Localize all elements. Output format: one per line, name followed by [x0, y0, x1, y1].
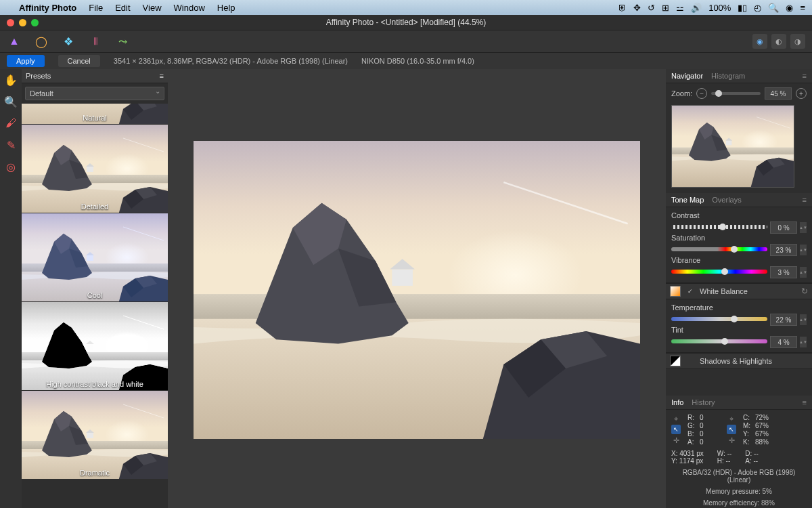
export-persona-icon[interactable]: ⤳ — [115, 34, 130, 49]
preset-category-select[interactable]: Default — [25, 87, 164, 100]
hand-tool[interactable]: ✋ — [3, 72, 18, 87]
overlay-gradient-tool[interactable]: ◎ — [3, 159, 18, 174]
wb-enable-checkbox[interactable]: ✓ — [686, 287, 694, 295]
liquify-persona-icon[interactable]: ◯ — [34, 34, 49, 49]
cancel-button[interactable]: Cancel — [58, 55, 100, 67]
develop-persona-icon[interactable]: ❖ — [61, 34, 76, 49]
panel-menu-icon[interactable]: ≡ — [803, 72, 807, 80]
panel-menu-icon[interactable]: ≡ — [803, 398, 807, 406]
zoom-in-button[interactable]: + — [796, 88, 807, 99]
contrast-slider[interactable] — [671, 225, 767, 229]
siri-icon[interactable]: ◉ — [786, 3, 793, 13]
preset-label: Cool — [22, 291, 168, 299]
overlay-erase-tool[interactable]: ✎ — [3, 137, 18, 152]
info-memory-pressure: Memory pressure: 5% — [671, 488, 807, 495]
temperature-slider[interactable] — [671, 317, 767, 321]
panel-menu-icon[interactable]: ≡ — [803, 196, 807, 204]
battery-icon[interactable]: ▮▯ — [738, 3, 747, 13]
info-memory-efficiency: Memory efficiency: 88% — [671, 499, 807, 507]
contrast-stepper[interactable]: ▲▼ — [800, 222, 807, 233]
puzzle-icon[interactable]: ✥ — [633, 3, 641, 13]
tab-histogram[interactable]: Histogram — [711, 72, 745, 80]
vibrance-slider[interactable] — [671, 270, 767, 274]
apply-button[interactable]: Apply — [7, 55, 45, 67]
photo-persona-icon[interactable]: ▲ — [7, 34, 22, 49]
menu-help[interactable]: Help — [217, 3, 235, 13]
wifi-icon[interactable]: ⚍ — [676, 3, 684, 13]
wb-label: White Balance — [700, 287, 748, 295]
zoom-value[interactable]: 45 % — [765, 87, 792, 100]
sh-enable-checkbox[interactable] — [686, 357, 694, 365]
preset-natural[interactable]: Natural — [22, 104, 168, 124]
tint-label: Tint — [671, 326, 807, 334]
list-icon[interactable]: ≡ — [800, 3, 805, 13]
zoom-slider[interactable] — [711, 92, 761, 95]
sh-label: Shadows & Highlights — [700, 357, 772, 365]
zoom-out-button[interactable]: − — [696, 88, 707, 99]
preset-detailed[interactable]: Detailed — [22, 125, 168, 213]
history-icon[interactable]: ↺ — [648, 3, 655, 13]
preset-cool[interactable]: Cool — [22, 213, 168, 301]
preset-label: High contrast black and white — [22, 380, 168, 388]
tint-stepper[interactable]: ▲▼ — [800, 337, 807, 347]
info-r-value: 0 — [700, 414, 713, 421]
document-canvas[interactable] — [168, 69, 666, 508]
contrast-label: Contrast — [671, 211, 807, 219]
tint-value[interactable]: 4 % — [770, 336, 797, 348]
menu-edit[interactable]: Edit — [115, 3, 130, 13]
preset-label: Detailed — [22, 203, 168, 211]
tab-navigator[interactable]: Navigator — [671, 72, 703, 80]
white-balance-section[interactable]: ✓ White Balance ↻ — [666, 283, 812, 299]
temperature-value[interactable]: 22 % — [770, 314, 797, 326]
zoom-tool[interactable]: 🔍 — [3, 94, 18, 109]
saturation-stepper[interactable]: ▲▼ — [800, 245, 807, 255]
info-k-label: K: — [743, 438, 752, 446]
search-icon[interactable]: 🔍 — [768, 3, 779, 13]
menu-view[interactable]: View — [143, 3, 162, 13]
temperature-label: Temperature — [671, 303, 807, 312]
view-mode-3-icon[interactable]: ◑ — [790, 34, 805, 49]
shield-icon[interactable]: ⛨ — [618, 3, 627, 13]
app-menu[interactable]: Affinity Photo — [19, 3, 76, 13]
presets-menu-icon[interactable]: ≡ — [160, 72, 164, 80]
info-y-label: Y: — [743, 430, 752, 438]
picker-icon[interactable]: ↖ — [671, 425, 681, 434]
saturation-value[interactable]: 23 % — [770, 244, 797, 256]
contrast-value[interactable]: 0 % — [770, 221, 797, 234]
view-mode-1-icon[interactable]: ◉ — [752, 34, 767, 49]
preset-bw[interactable]: High contrast black and white — [22, 302, 168, 390]
picker-icon[interactable]: ↖ — [727, 425, 736, 434]
info-a-value: 0 — [700, 438, 713, 446]
preset-dramatic[interactable]: Dramatic — [22, 391, 168, 479]
vibrance-stepper[interactable]: ▲▼ — [800, 267, 807, 278]
persona-toolbar: ▲ ◯ ❖ ⦀ ⤳ ◉ ◐ ◑ — [0, 30, 812, 53]
info-y: Y: 1174 px — [671, 457, 704, 465]
saturation-slider[interactable] — [671, 247, 767, 251]
info-y-value: 67% — [755, 430, 775, 438]
tone-mapping-persona-icon[interactable]: ⦀ — [88, 34, 103, 49]
navigator-thumbnail[interactable] — [671, 105, 794, 188]
clock-icon[interactable]: ◴ — [754, 3, 761, 13]
tab-info[interactable]: Info — [671, 398, 683, 406]
wb-reset-icon[interactable]: ↻ — [801, 287, 808, 296]
vibrance-label: Vibrance — [671, 256, 807, 264]
battery-percent: 100% — [708, 3, 731, 13]
tint-slider[interactable] — [671, 339, 767, 343]
shadows-highlights-section[interactable]: Shadows & Highlights — [666, 353, 812, 369]
vibrance-value[interactable]: 3 % — [770, 266, 797, 278]
info-x: X: 4031 px — [671, 450, 704, 457]
menu-file[interactable]: File — [89, 3, 103, 13]
overlay-paint-tool[interactable]: 🖌 — [3, 116, 18, 131]
saturation-label: Saturation — [671, 234, 807, 242]
tab-overlays[interactable]: Overlays — [712, 196, 741, 204]
view-mode-2-icon[interactable]: ◐ — [771, 34, 786, 49]
camera-info: NIKON D850 (16.0-35.0 mm f/4.0) — [361, 57, 474, 65]
tab-history[interactable]: History — [692, 398, 715, 406]
menu-window[interactable]: Window — [174, 3, 205, 13]
temperature-stepper[interactable]: ▲▼ — [800, 314, 807, 325]
info-g-value: 0 — [700, 422, 713, 429]
volume-icon[interactable]: 🔊 — [691, 3, 702, 13]
tab-tone-map[interactable]: Tone Map — [671, 196, 704, 204]
info-h: H: -- — [717, 457, 731, 465]
tiles-icon[interactable]: ⊞ — [662, 3, 669, 13]
